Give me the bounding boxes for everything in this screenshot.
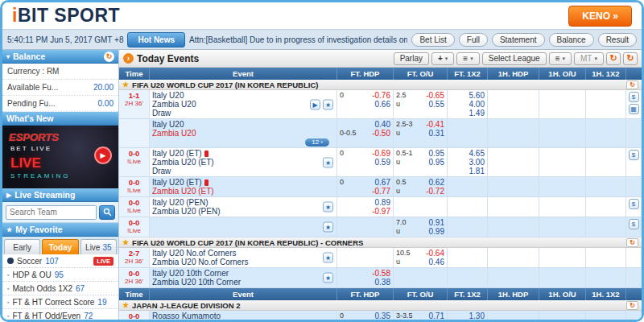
league-refresh-icon[interactable]: ↻ xyxy=(626,80,638,89)
favorite-icon[interactable]: ★ xyxy=(323,202,333,213)
favorite-icon[interactable]: ★ xyxy=(323,222,333,233)
odds-value[interactable]: 0.89 xyxy=(375,198,390,207)
full-button[interactable]: Full xyxy=(459,33,488,47)
bet-list-button[interactable]: Bet List xyxy=(411,33,454,47)
odds-value[interactable]: 0.95 xyxy=(429,158,444,167)
home-team[interactable]: Italy U20 (ET) xyxy=(152,149,202,158)
view-mode-button[interactable]: ≡▾ xyxy=(549,52,572,65)
available-value: 20.00 xyxy=(93,83,114,92)
odds-value[interactable]: 5.60 xyxy=(469,91,485,100)
odds-value[interactable]: 3.00 xyxy=(469,158,485,167)
league-refresh-icon[interactable]: ↻ xyxy=(626,238,638,247)
away-team[interactable]: Zambia U20 No.of Corners xyxy=(152,258,249,266)
home-team[interactable]: Italy U20 (PEN) xyxy=(152,198,208,207)
keno-button[interactable]: KENO » xyxy=(568,6,632,27)
away-team[interactable]: Zambia U20 xyxy=(152,100,196,109)
odds-value[interactable]: -0.50 xyxy=(372,129,390,138)
home-team[interactable]: Italy U20 (ET) xyxy=(152,178,202,187)
bet-money-icon[interactable]: $ xyxy=(629,150,639,160)
sidebar-item-soccer[interactable]: Soccer 107 LIVE xyxy=(2,254,118,268)
odds-value[interactable]: 0.35 xyxy=(375,312,390,320)
home-team[interactable]: Roasso Kumamoto xyxy=(152,312,221,320)
sidebar-item-correct-score[interactable]: ▪ FT & HT Correct Score 19 xyxy=(2,295,118,309)
balance-refresh-icon[interactable]: ↻ xyxy=(104,52,114,62)
live-streaming-header[interactable]: ▶ Live Streaming xyxy=(2,188,118,202)
odds-value[interactable]: 0.55 xyxy=(429,100,444,109)
select-league-button[interactable]: Select League xyxy=(482,52,547,65)
odds-value[interactable]: 0.95 xyxy=(429,149,444,158)
add-market-button[interactable]: +▾ xyxy=(431,52,454,65)
bet-money-icon[interactable]: $ xyxy=(629,199,639,209)
odds-value[interactable]: 0.71 xyxy=(429,312,444,320)
odds-value[interactable]: 1.81 xyxy=(469,167,485,175)
odds-value[interactable]: -0.97 xyxy=(372,207,390,216)
odds-value[interactable]: 4.65 xyxy=(469,149,485,158)
bet-money-icon[interactable]: $ xyxy=(629,92,639,102)
search-button[interactable] xyxy=(99,205,115,220)
sidebar-item-odd-even[interactable]: ▪ FT & HT Odd/Even 72 xyxy=(2,309,118,320)
parlay-button[interactable]: Parlay xyxy=(394,52,429,65)
odds-value[interactable]: 0.67 xyxy=(375,178,390,187)
odds-value[interactable]: 1.49 xyxy=(469,109,485,118)
stream-icon[interactable]: ▶ xyxy=(310,99,320,109)
odds-value[interactable]: -0.72 xyxy=(426,187,444,196)
odds-value[interactable]: 0.91 xyxy=(429,218,444,227)
my-favorite-header[interactable]: ★ My Favorite xyxy=(2,223,118,237)
balance-button[interactable]: Balance xyxy=(549,33,594,47)
tab-today[interactable]: Today xyxy=(42,239,78,254)
home-team[interactable]: Italy U20 xyxy=(152,91,184,100)
favorite-icon[interactable]: ★ xyxy=(323,253,333,263)
odds-value[interactable]: 4.00 xyxy=(469,100,485,109)
away-team[interactable]: Zambia U20 (ET) xyxy=(152,187,214,196)
away-team[interactable]: Zambia U20 (PEN) xyxy=(152,207,220,216)
league-refresh-icon[interactable]: ↻ xyxy=(626,301,638,310)
odds-value[interactable]: 1.30 xyxy=(469,312,485,320)
sidebar-item-hdp-ou[interactable]: ▪ HDP & OU 95 xyxy=(2,268,118,282)
draw-option[interactable]: Draw xyxy=(152,109,171,118)
odds-value[interactable]: 0.99 xyxy=(429,227,444,236)
search-team-input[interactable] xyxy=(6,205,97,220)
statement-button[interactable]: Statement xyxy=(492,33,545,47)
away-team[interactable]: Zambia U20 xyxy=(152,129,196,138)
bet-money-icon[interactable]: $ xyxy=(629,219,639,229)
odds-value[interactable]: 0.40 xyxy=(375,120,390,129)
odds-value[interactable]: 0.66 xyxy=(375,100,390,109)
more-bets-button[interactable]: 12 › xyxy=(305,138,329,147)
odds-value[interactable]: 0.31 xyxy=(429,129,444,138)
favorite-icon[interactable]: ★ xyxy=(323,273,333,283)
odds-value[interactable]: -0.64 xyxy=(426,249,444,258)
odds-value[interactable]: 0.62 xyxy=(429,178,444,187)
home-team[interactable]: Italy U20 xyxy=(152,120,184,129)
refresh-all-button[interactable]: ↻ xyxy=(623,52,638,65)
stats-icon[interactable]: ▦ xyxy=(629,104,639,114)
odds-value[interactable]: -0.65 xyxy=(426,91,444,100)
odds-value[interactable]: 0.46 xyxy=(429,258,444,266)
hot-news-button[interactable]: Hot News xyxy=(127,32,185,47)
result-button[interactable]: Result xyxy=(598,33,637,47)
away-team[interactable]: Zambia U20 (ET) xyxy=(152,158,214,167)
sidebar-item-match-odds[interactable]: ▪ Match Odds 1X2 67 xyxy=(2,282,118,295)
odds-value[interactable]: 0.38 xyxy=(375,278,390,287)
favorite-icon[interactable]: ★ xyxy=(323,157,333,167)
match-time: 0-0 !Live xyxy=(119,197,150,217)
play-icon[interactable]: ▶ xyxy=(94,147,112,164)
home-team[interactable]: Italy U20 No.of Corners xyxy=(152,249,237,258)
odds-value[interactable]: -0.69 xyxy=(372,149,390,158)
tab-early[interactable]: Early xyxy=(4,239,40,254)
whats-new-header[interactable]: What's New xyxy=(2,112,118,126)
odds-value[interactable]: -0.76 xyxy=(372,91,390,100)
away-team[interactable]: Zambia U20 10th Corner xyxy=(152,278,241,287)
draw-option[interactable]: Draw xyxy=(152,167,171,175)
odds-value[interactable]: -0.58 xyxy=(372,269,390,278)
mt-dropdown[interactable]: MT▾ xyxy=(574,52,604,65)
odds-value[interactable]: -0.77 xyxy=(372,187,390,196)
promo-banner[interactable]: ESPORTS BET LIVE LIVE STREAMING ▶ xyxy=(2,126,118,188)
sort-button[interactable]: ≡▾ xyxy=(456,52,479,65)
home-team[interactable]: Italy U20 10th Corner xyxy=(152,269,229,278)
refresh-button[interactable]: ↻ xyxy=(606,52,621,65)
odds-value[interactable]: -0.41 xyxy=(426,120,444,129)
tab-live[interactable]: Live35 xyxy=(80,239,117,254)
odds-value[interactable]: 0.59 xyxy=(375,158,390,167)
favorite-icon[interactable]: ★ xyxy=(323,99,333,109)
balance-section-header[interactable]: ▾ Balance ↻ xyxy=(2,50,118,64)
